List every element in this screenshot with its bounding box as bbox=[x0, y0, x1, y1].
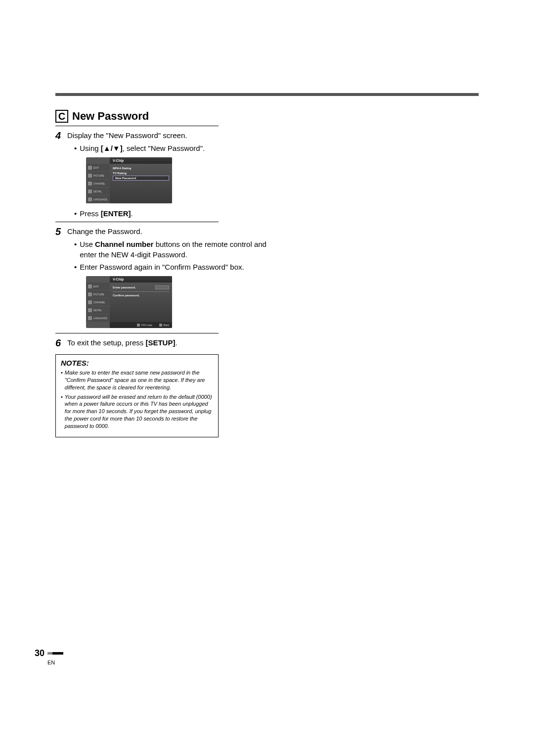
osd-row: Confirm password. bbox=[113, 293, 169, 298]
divider bbox=[55, 333, 219, 333]
step-4: 4 Display the "New Password" screen. bbox=[55, 130, 268, 141]
text: , select "New Password". bbox=[123, 144, 205, 152]
back-icon bbox=[159, 324, 162, 327]
channel-icon bbox=[88, 300, 92, 304]
text: . bbox=[131, 209, 133, 218]
bullet-icon: • bbox=[74, 239, 77, 260]
step-5-sub2: • Enter Password again in "Confirm Passw… bbox=[74, 262, 268, 272]
picture-icon bbox=[88, 292, 92, 296]
osd-label: Enter password. bbox=[113, 286, 136, 289]
step-number: 6 bbox=[55, 337, 65, 348]
page-footer: 30 EN bbox=[35, 648, 79, 665]
bullet-icon: • bbox=[61, 393, 63, 430]
step-text: Change the Password. bbox=[67, 226, 268, 236]
osd-main: Enter password. Confirm password. bbox=[110, 283, 172, 322]
osd-screenshot-new-password: V-Chip EXIT PICTURE CHANNEL DETAIL LANGU… bbox=[86, 157, 172, 203]
osd-item: TV Rating bbox=[113, 171, 169, 176]
bullet-icon: • bbox=[74, 208, 77, 219]
osd-title: V-Chip bbox=[110, 157, 172, 164]
osd-side-item: LANGUAGE bbox=[86, 195, 110, 203]
osd-side-item: DETAIL bbox=[86, 306, 110, 314]
osd-side-item: EXIT bbox=[86, 164, 110, 172]
osd-row: Enter password. bbox=[113, 284, 169, 290]
text: . bbox=[175, 338, 177, 347]
osd-item-selected: New Password bbox=[113, 176, 169, 181]
language-icon bbox=[88, 197, 92, 201]
section-header: C New Password bbox=[55, 110, 268, 123]
divider bbox=[113, 291, 169, 292]
note-text: Your password will be erased and return … bbox=[65, 393, 213, 430]
notes-box: NOTES: •Make sure to enter the exact sam… bbox=[55, 354, 219, 437]
picture-icon bbox=[88, 174, 92, 178]
footer-bar bbox=[47, 652, 52, 655]
password-input bbox=[155, 285, 169, 289]
note-item: •Make sure to enter the exact same new p… bbox=[61, 369, 213, 391]
osd-side-item: CHANNEL bbox=[86, 180, 110, 188]
step-5: 5 Change the Password. bbox=[55, 226, 268, 237]
keypad-icon bbox=[137, 324, 140, 327]
key-label: [▲/▼] bbox=[101, 144, 123, 152]
osd-main: MPAA Rating TV Rating New Password bbox=[110, 164, 172, 203]
text: Using bbox=[80, 144, 101, 152]
osd-footer: PIN Code Back bbox=[110, 322, 172, 328]
step-5-sub1: • Use Channel number buttons on the remo… bbox=[74, 239, 268, 260]
step-6: 6 To exit the setup, press [SETUP]. bbox=[55, 337, 268, 348]
text: To exit the setup, press bbox=[67, 338, 145, 347]
key-label: [SETUP] bbox=[145, 338, 175, 347]
osd-title: V-Chip bbox=[110, 276, 172, 283]
channel-icon bbox=[88, 182, 92, 186]
osd-sidebar: EXIT PICTURE CHANNEL DETAIL LANGUAGE bbox=[86, 164, 110, 203]
detail-icon bbox=[88, 308, 92, 312]
page-language: EN bbox=[47, 660, 79, 665]
bullet-icon: • bbox=[74, 262, 77, 272]
header-rule bbox=[55, 93, 479, 96]
step-number: 5 bbox=[55, 226, 65, 237]
text: Press bbox=[80, 209, 101, 218]
osd-side-item: PICTURE bbox=[86, 290, 110, 298]
section-letter: C bbox=[55, 110, 68, 123]
step-text: Display the "New Password" screen. bbox=[67, 130, 268, 141]
note-text: Make sure to enter the exact same new pa… bbox=[65, 369, 213, 391]
osd-side-item: CHANNEL bbox=[86, 298, 110, 306]
osd-hint: Back bbox=[159, 324, 169, 327]
osd-side-item: PICTURE bbox=[86, 172, 110, 180]
page-number: 30 bbox=[35, 648, 44, 659]
detail-icon bbox=[88, 189, 92, 193]
osd-body: EXIT PICTURE CHANNEL DETAIL LANGUAGE Ent… bbox=[86, 283, 172, 322]
step-text: To exit the setup, press [SETUP]. bbox=[67, 337, 268, 348]
osd-side-item: LANGUAGE bbox=[86, 314, 110, 322]
text: Enter Password again in "Confirm Passwor… bbox=[80, 262, 244, 272]
step-number: 4 bbox=[55, 130, 65, 141]
bullet-icon: • bbox=[61, 369, 63, 391]
language-icon bbox=[88, 316, 92, 320]
section-title: New Password bbox=[72, 110, 149, 123]
osd-side-item: DETAIL bbox=[86, 188, 110, 195]
divider bbox=[55, 222, 219, 222]
note-item: •Your password will be erased and return… bbox=[61, 393, 213, 430]
osd-hint: PIN Code bbox=[137, 324, 152, 327]
osd-screenshot-enter-password: V-Chip EXIT PICTURE CHANNEL DETAIL LANGU… bbox=[86, 276, 172, 328]
osd-body: EXIT PICTURE CHANNEL DETAIL LANGUAGE MPA… bbox=[86, 164, 172, 203]
exit-icon bbox=[88, 166, 92, 170]
footer-bar bbox=[52, 652, 63, 655]
osd-sidebar: EXIT PICTURE CHANNEL DETAIL LANGUAGE bbox=[86, 283, 110, 322]
bold-label: Channel number bbox=[95, 240, 153, 248]
step-4-sub2: • Press [ENTER]. bbox=[74, 208, 268, 219]
osd-side-item: EXIT bbox=[86, 283, 110, 290]
osd-item: MPAA Rating bbox=[113, 166, 169, 171]
exit-icon bbox=[88, 284, 92, 288]
osd-label: Confirm password. bbox=[113, 294, 139, 297]
text: Use bbox=[80, 240, 95, 248]
divider bbox=[55, 126, 219, 126]
notes-title: NOTES: bbox=[61, 359, 213, 367]
key-label: [ENTER] bbox=[101, 209, 131, 218]
bullet-icon: • bbox=[74, 143, 77, 153]
step-4-sub1: • Using [▲/▼], select "New Password". bbox=[74, 143, 268, 153]
